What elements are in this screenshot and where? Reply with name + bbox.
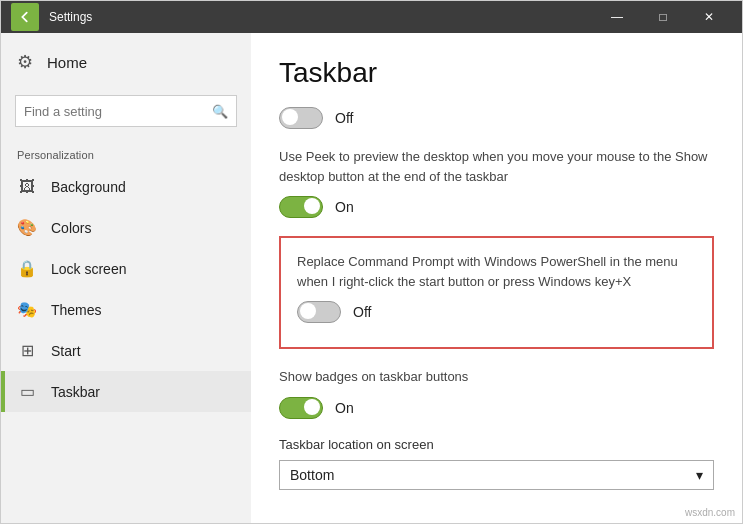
page-title: Taskbar xyxy=(279,57,714,89)
toggle-row-3: On xyxy=(279,397,714,419)
toggle-3[interactable] xyxy=(279,397,323,419)
sidebar: ⚙ Home 🔍 Personalization 🖼 Background 🎨 … xyxy=(1,33,251,523)
home-label: Home xyxy=(47,54,87,71)
badges-description: Show badges on taskbar buttons xyxy=(279,367,714,387)
themes-icon: 🎭 xyxy=(17,300,37,319)
sidebar-section-label: Personalization xyxy=(1,141,251,167)
sidebar-item-label-lock-screen: Lock screen xyxy=(51,261,126,277)
toggle-row-1: Off xyxy=(279,107,714,129)
sidebar-item-start[interactable]: ⊞ Start xyxy=(1,330,251,371)
toggle-row-2: On xyxy=(279,196,714,218)
taskbar-icon: ▭ xyxy=(17,382,37,401)
sidebar-item-label-taskbar: Taskbar xyxy=(51,384,100,400)
window-controls: — □ ✕ xyxy=(594,1,732,33)
home-icon: ⚙ xyxy=(17,51,33,73)
sidebar-home[interactable]: ⚙ Home xyxy=(1,33,251,91)
sidebar-item-background[interactable]: 🖼 Background xyxy=(1,167,251,207)
back-button[interactable] xyxy=(11,3,39,31)
window-title: Settings xyxy=(49,10,594,24)
toggle-highlighted[interactable] xyxy=(297,301,341,323)
toggle-section-1: Off xyxy=(279,107,714,129)
toggle-highlighted-label: Off xyxy=(353,304,371,320)
toggle-3-label: On xyxy=(335,400,354,416)
search-input[interactable] xyxy=(24,104,212,119)
sidebar-item-label-start: Start xyxy=(51,343,81,359)
title-bar: Settings — □ ✕ xyxy=(1,1,742,33)
location-section: Taskbar location on screen Bottom ▾ xyxy=(279,437,714,490)
location-value: Bottom xyxy=(290,467,334,483)
search-icon: 🔍 xyxy=(212,104,228,119)
location-dropdown[interactable]: Bottom ▾ xyxy=(279,460,714,490)
highlighted-section: Replace Command Prompt with Windows Powe… xyxy=(279,236,714,349)
toggle-2-label: On xyxy=(335,199,354,215)
highlighted-description: Replace Command Prompt with Windows Powe… xyxy=(297,252,696,291)
sidebar-item-taskbar[interactable]: ▭ Taskbar xyxy=(1,371,251,412)
toggle-1[interactable] xyxy=(279,107,323,129)
sidebar-item-lock-screen[interactable]: 🔒 Lock screen xyxy=(1,248,251,289)
minimize-button[interactable]: — xyxy=(594,1,640,33)
sidebar-item-label-background: Background xyxy=(51,179,126,195)
maximize-button[interactable]: □ xyxy=(640,1,686,33)
toggle-1-label: Off xyxy=(335,110,353,126)
toggle-2[interactable] xyxy=(279,196,323,218)
chevron-down-icon: ▾ xyxy=(696,467,703,483)
start-icon: ⊞ xyxy=(17,341,37,360)
content-area: Taskbar Off Use Peek to preview the desk… xyxy=(251,33,742,523)
badges-section: Show badges on taskbar buttons On xyxy=(279,367,714,419)
colors-icon: 🎨 xyxy=(17,218,37,237)
search-box[interactable]: 🔍 xyxy=(15,95,237,127)
background-icon: 🖼 xyxy=(17,178,37,196)
sidebar-item-colors[interactable]: 🎨 Colors xyxy=(1,207,251,248)
sidebar-item-label-themes: Themes xyxy=(51,302,102,318)
lock-screen-icon: 🔒 xyxy=(17,259,37,278)
app-body: ⚙ Home 🔍 Personalization 🖼 Background 🎨 … xyxy=(1,33,742,523)
sidebar-item-themes[interactable]: 🎭 Themes xyxy=(1,289,251,330)
sidebar-item-label-colors: Colors xyxy=(51,220,91,236)
description-section-1: Use Peek to preview the desktop when you… xyxy=(279,147,714,218)
close-button[interactable]: ✕ xyxy=(686,1,732,33)
toggle-row-highlighted: Off xyxy=(297,301,696,323)
location-label: Taskbar location on screen xyxy=(279,437,714,452)
description-text-1: Use Peek to preview the desktop when you… xyxy=(279,147,714,186)
